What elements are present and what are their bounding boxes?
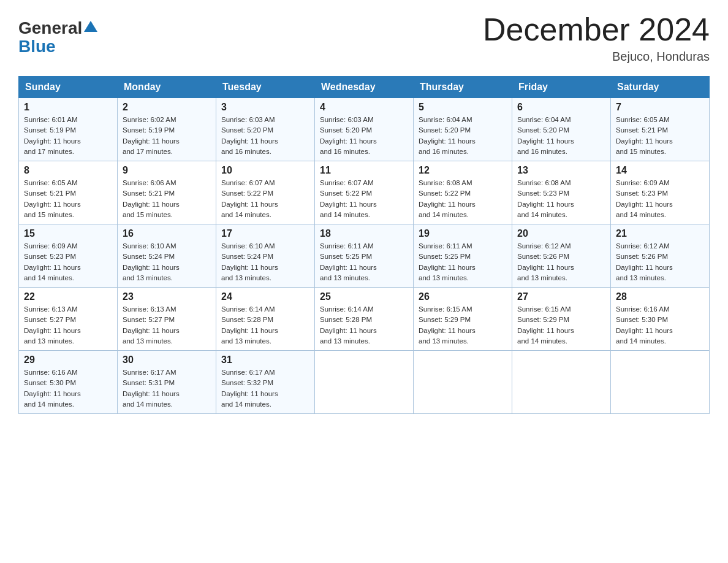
header-tuesday: Tuesday [216, 77, 315, 98]
day-info: Sunrise: 6:03 AMSunset: 5:20 PMDaylight:… [320, 115, 408, 157]
day-number: 14 [616, 165, 704, 176]
day-number: 22 [24, 291, 112, 302]
calendar-cell: 1Sunrise: 6:01 AMSunset: 5:19 PMDaylight… [19, 98, 118, 161]
day-info: Sunrise: 6:12 AMSunset: 5:26 PMDaylight:… [616, 241, 704, 283]
calendar-cell: 22Sunrise: 6:13 AMSunset: 5:27 PMDayligh… [19, 288, 118, 351]
calendar-cell: 31Sunrise: 6:17 AMSunset: 5:32 PMDayligh… [216, 351, 315, 414]
calendar-cell [611, 351, 710, 414]
day-info: Sunrise: 6:03 AMSunset: 5:20 PMDaylight:… [221, 115, 309, 157]
day-info: Sunrise: 6:12 AMSunset: 5:26 PMDaylight:… [517, 241, 605, 283]
day-number: 10 [221, 165, 309, 176]
calendar-week-row: 1Sunrise: 6:01 AMSunset: 5:19 PMDaylight… [19, 98, 710, 161]
day-number: 24 [221, 291, 309, 302]
day-info: Sunrise: 6:04 AMSunset: 5:20 PMDaylight:… [517, 115, 605, 157]
calendar-cell: 5Sunrise: 6:04 AMSunset: 5:20 PMDaylight… [414, 98, 512, 161]
day-info: Sunrise: 6:11 AMSunset: 5:25 PMDaylight:… [320, 241, 408, 283]
svg-marker-0 [84, 21, 97, 32]
day-number: 23 [123, 291, 211, 302]
day-info: Sunrise: 6:11 AMSunset: 5:25 PMDaylight:… [419, 241, 507, 283]
day-info: Sunrise: 6:05 AMSunset: 5:21 PMDaylight:… [616, 115, 704, 157]
day-number: 26 [419, 291, 507, 302]
calendar-cell: 20Sunrise: 6:12 AMSunset: 5:26 PMDayligh… [512, 224, 611, 288]
calendar-header-row: SundayMondayTuesdayWednesdayThursdayFrid… [19, 77, 710, 98]
calendar-cell: 10Sunrise: 6:07 AMSunset: 5:22 PMDayligh… [216, 161, 315, 224]
day-info: Sunrise: 6:15 AMSunset: 5:29 PMDaylight:… [419, 304, 507, 347]
header-thursday: Thursday [414, 77, 512, 98]
day-number: 29 [24, 354, 112, 366]
header-monday: Monday [118, 77, 216, 98]
day-number: 28 [616, 291, 704, 302]
day-info: Sunrise: 6:09 AMSunset: 5:23 PMDaylight:… [616, 178, 704, 220]
day-info: Sunrise: 6:01 AMSunset: 5:19 PMDaylight:… [24, 115, 112, 157]
day-info: Sunrise: 6:06 AMSunset: 5:21 PMDaylight:… [123, 178, 211, 220]
logo-blue-text: Blue [18, 37, 56, 56]
calendar-cell: 21Sunrise: 6:12 AMSunset: 5:26 PMDayligh… [611, 224, 710, 288]
day-info: Sunrise: 6:09 AMSunset: 5:23 PMDaylight:… [24, 241, 112, 283]
day-info: Sunrise: 6:07 AMSunset: 5:22 PMDaylight:… [320, 178, 408, 220]
calendar-cell: 27Sunrise: 6:15 AMSunset: 5:29 PMDayligh… [512, 288, 611, 351]
day-info: Sunrise: 6:17 AMSunset: 5:32 PMDaylight:… [221, 367, 309, 410]
day-number: 31 [221, 354, 309, 366]
header-saturday: Saturday [611, 77, 710, 98]
day-info: Sunrise: 6:05 AMSunset: 5:21 PMDaylight:… [24, 178, 112, 220]
month-title: December 2024 [483, 12, 710, 47]
title-block: December 2024 Bejuco, Honduras [483, 12, 710, 64]
calendar-cell [315, 351, 414, 414]
calendar-week-row: 15Sunrise: 6:09 AMSunset: 5:23 PMDayligh… [19, 224, 710, 288]
calendar-cell: 23Sunrise: 6:13 AMSunset: 5:27 PMDayligh… [118, 288, 216, 351]
day-info: Sunrise: 6:10 AMSunset: 5:24 PMDaylight:… [221, 241, 309, 283]
header-sunday: Sunday [19, 77, 118, 98]
calendar-cell: 12Sunrise: 6:08 AMSunset: 5:22 PMDayligh… [414, 161, 512, 224]
day-number: 25 [320, 291, 408, 302]
header-wednesday: Wednesday [315, 77, 414, 98]
day-number: 9 [123, 165, 211, 176]
calendar-cell: 28Sunrise: 6:16 AMSunset: 5:30 PMDayligh… [611, 288, 710, 351]
day-number: 19 [419, 228, 507, 239]
day-info: Sunrise: 6:16 AMSunset: 5:30 PMDaylight:… [616, 304, 704, 347]
calendar-cell: 15Sunrise: 6:09 AMSunset: 5:23 PMDayligh… [19, 224, 118, 288]
day-number: 20 [517, 228, 605, 239]
logo: General Blue [18, 18, 97, 56]
day-number: 17 [221, 228, 309, 239]
day-info: Sunrise: 6:10 AMSunset: 5:24 PMDaylight:… [123, 241, 211, 283]
day-info: Sunrise: 6:16 AMSunset: 5:30 PMDaylight:… [24, 367, 112, 410]
calendar-table: SundayMondayTuesdayWednesdayThursdayFrid… [18, 76, 710, 414]
header-friday: Friday [512, 77, 611, 98]
calendar-cell: 14Sunrise: 6:09 AMSunset: 5:23 PMDayligh… [611, 161, 710, 224]
day-number: 3 [221, 102, 309, 113]
logo-triangle-icon [84, 20, 97, 33]
calendar-week-row: 29Sunrise: 6:16 AMSunset: 5:30 PMDayligh… [19, 351, 710, 414]
day-info: Sunrise: 6:07 AMSunset: 5:22 PMDaylight:… [221, 178, 309, 220]
calendar-cell: 2Sunrise: 6:02 AMSunset: 5:19 PMDaylight… [118, 98, 216, 161]
day-number: 2 [123, 102, 211, 113]
day-number: 18 [320, 228, 408, 239]
calendar-cell: 29Sunrise: 6:16 AMSunset: 5:30 PMDayligh… [19, 351, 118, 414]
day-number: 27 [517, 291, 605, 302]
day-info: Sunrise: 6:14 AMSunset: 5:28 PMDaylight:… [320, 304, 408, 347]
day-info: Sunrise: 6:08 AMSunset: 5:22 PMDaylight:… [419, 178, 507, 220]
calendar-cell: 30Sunrise: 6:17 AMSunset: 5:31 PMDayligh… [118, 351, 216, 414]
day-info: Sunrise: 6:15 AMSunset: 5:29 PMDaylight:… [517, 304, 605, 347]
logo-general-text: General [18, 18, 82, 38]
day-info: Sunrise: 6:08 AMSunset: 5:23 PMDaylight:… [517, 178, 605, 220]
calendar-cell: 13Sunrise: 6:08 AMSunset: 5:23 PMDayligh… [512, 161, 611, 224]
day-number: 15 [24, 228, 112, 239]
day-info: Sunrise: 6:04 AMSunset: 5:20 PMDaylight:… [419, 115, 507, 157]
calendar-cell: 24Sunrise: 6:14 AMSunset: 5:28 PMDayligh… [216, 288, 315, 351]
day-info: Sunrise: 6:13 AMSunset: 5:27 PMDaylight:… [24, 304, 112, 347]
calendar-cell: 3Sunrise: 6:03 AMSunset: 5:20 PMDaylight… [216, 98, 315, 161]
calendar-cell: 25Sunrise: 6:14 AMSunset: 5:28 PMDayligh… [315, 288, 414, 351]
day-number: 7 [616, 102, 704, 113]
page-header: General Blue December 2024 Bejuco, Hondu… [18, 12, 710, 64]
calendar-cell: 6Sunrise: 6:04 AMSunset: 5:20 PMDaylight… [512, 98, 611, 161]
calendar-cell: 16Sunrise: 6:10 AMSunset: 5:24 PMDayligh… [118, 224, 216, 288]
calendar-cell: 17Sunrise: 6:10 AMSunset: 5:24 PMDayligh… [216, 224, 315, 288]
calendar-cell: 7Sunrise: 6:05 AMSunset: 5:21 PMDaylight… [611, 98, 710, 161]
day-info: Sunrise: 6:02 AMSunset: 5:19 PMDaylight:… [123, 115, 211, 157]
day-number: 4 [320, 102, 408, 113]
calendar-cell: 4Sunrise: 6:03 AMSunset: 5:20 PMDaylight… [315, 98, 414, 161]
calendar-week-row: 22Sunrise: 6:13 AMSunset: 5:27 PMDayligh… [19, 288, 710, 351]
location-subtitle: Bejuco, Honduras [483, 50, 710, 64]
day-number: 21 [616, 228, 704, 239]
calendar-cell: 9Sunrise: 6:06 AMSunset: 5:21 PMDaylight… [118, 161, 216, 224]
